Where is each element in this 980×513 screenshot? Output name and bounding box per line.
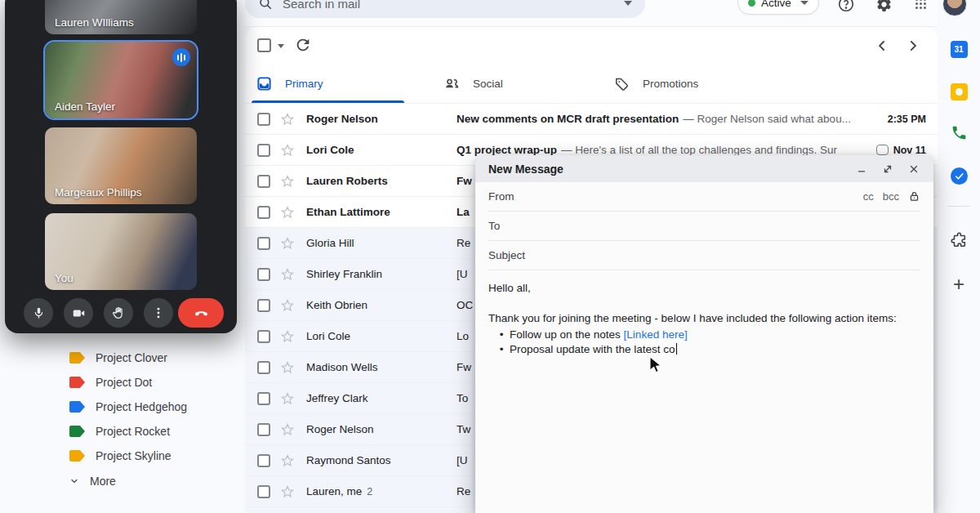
plus-icon: + (953, 273, 964, 296)
addons-button[interactable] (949, 230, 969, 250)
from-label: From (488, 190, 514, 203)
star-icon[interactable] (280, 453, 295, 468)
help-button[interactable] (835, 0, 857, 15)
keep-app-button[interactable] (949, 82, 969, 101)
hand-icon (111, 306, 127, 321)
from-field[interactable]: From cc bcc (488, 182, 920, 212)
status-button[interactable]: Active (737, 0, 819, 15)
sidebar-label-project-clover[interactable]: Project Clover (69, 347, 167, 368)
select-options-icon[interactable] (278, 44, 284, 48)
search-options-icon[interactable] (624, 1, 632, 6)
participant-tile-speaking[interactable]: Aiden Tayler (45, 42, 197, 118)
sender: Lauren, me2 (306, 485, 445, 497)
subject: [U (457, 268, 468, 280)
search-icon (258, 0, 273, 11)
label-name: Project Rocket (96, 425, 170, 438)
row-checkbox[interactable] (257, 206, 270, 219)
minimize-button[interactable] (855, 163, 868, 176)
tab-primary[interactable]: Primary (256, 64, 323, 103)
subject: [U (457, 454, 468, 466)
sender: Roger Nelson (306, 113, 445, 125)
sender: Lori Cole (306, 144, 445, 156)
star-icon[interactable] (280, 484, 295, 499)
star-icon[interactable] (280, 267, 295, 282)
compose-body[interactable]: Hello all, Thank you for joining the mee… (475, 270, 933, 368)
subject-field[interactable]: Subject (488, 241, 920, 270)
row-checkbox[interactable] (257, 485, 270, 498)
primary-tab-icon (256, 76, 272, 91)
row-checkbox[interactable] (257, 454, 270, 467)
star-icon[interactable] (280, 236, 295, 251)
to-field[interactable]: To (488, 212, 920, 241)
row-checkbox[interactable] (257, 392, 270, 405)
star-icon[interactable] (280, 360, 295, 375)
row-checkbox[interactable] (257, 268, 270, 281)
voice-app-button[interactable] (949, 123, 969, 142)
row-checkbox[interactable] (257, 299, 270, 312)
bullet-item: • Proposal update with the latest co (488, 342, 920, 357)
apps-grid-button[interactable] (911, 0, 932, 15)
row-checkbox[interactable] (257, 113, 270, 126)
subject: To (457, 392, 468, 404)
participant-tile[interactable]: You (45, 213, 197, 290)
raise-hand-button[interactable] (104, 298, 133, 328)
star-icon[interactable] (280, 422, 295, 437)
mic-icon (31, 306, 47, 321)
row-checkbox[interactable] (257, 423, 270, 436)
row-checkbox[interactable] (257, 330, 270, 343)
cc-button[interactable]: cc (863, 190, 874, 203)
phone-icon (951, 124, 968, 141)
row-checkbox[interactable] (257, 144, 270, 157)
participant-tile[interactable]: Margeaux Phillips (45, 127, 197, 204)
star-icon[interactable] (280, 143, 295, 158)
calendar-icon: 31 (951, 41, 968, 58)
email-row[interactable]: Roger Nelson New comments on MCR draft p… (245, 104, 938, 135)
row-checkbox[interactable] (257, 237, 270, 250)
screen: Search in mail Active Primary (0, 0, 980, 513)
sidebar-label-project-dot[interactable]: Project Dot (69, 372, 152, 393)
label-tag-icon (69, 377, 85, 388)
popout-button[interactable] (881, 163, 894, 176)
popout-icon (882, 163, 893, 175)
chevron-down-icon (69, 476, 79, 486)
mic-button[interactable] (24, 298, 53, 328)
text-caret (676, 343, 678, 355)
tasks-app-button[interactable] (949, 166, 969, 185)
linked-here-link[interactable]: [Linked here] (624, 328, 688, 341)
participant-tile[interactable]: Lauren WIlliams (45, 0, 197, 34)
close-button[interactable] (907, 163, 920, 176)
star-icon[interactable] (280, 205, 295, 220)
label-tag-icon (69, 450, 85, 462)
star-icon[interactable] (280, 391, 295, 406)
star-icon[interactable] (280, 174, 295, 189)
older-page-icon[interactable] (905, 38, 921, 54)
row-checkbox[interactable] (257, 361, 270, 374)
subject: Re (457, 237, 470, 249)
search-input[interactable]: Search in mail (283, 0, 624, 11)
get-addons-button[interactable]: + (949, 274, 969, 294)
sidebar-label-project-hedgehog[interactable]: Project Hedgehog (69, 396, 187, 417)
tab-social[interactable]: Social (443, 64, 503, 103)
sidebar-label-project-rocket[interactable]: Project Rocket (69, 421, 170, 442)
star-icon[interactable] (280, 329, 295, 344)
refresh-icon[interactable] (294, 36, 312, 54)
sidebar-label-project-skyline[interactable]: Project Skyline (69, 445, 172, 466)
tab-promotions[interactable]: Promotions (614, 64, 698, 103)
chevron-down-icon (800, 1, 808, 5)
row-checkbox[interactable] (257, 175, 270, 188)
calendar-app-button[interactable]: 31 (949, 39, 969, 59)
call-controls (5, 298, 237, 328)
more-options-button[interactable] (144, 298, 173, 328)
compose-window: New Message From cc bcc To Subject Hello… (475, 155, 933, 513)
star-icon[interactable] (280, 298, 295, 313)
search-bar[interactable]: Search in mail (245, 0, 645, 18)
camera-button[interactable] (64, 298, 93, 328)
star-icon[interactable] (280, 112, 295, 127)
bcc-button[interactable]: bcc (883, 190, 899, 203)
settings-button[interactable] (873, 0, 894, 15)
select-all-checkbox[interactable] (257, 38, 271, 52)
hangup-button[interactable] (178, 298, 224, 328)
sidebar-more[interactable]: More (69, 471, 116, 492)
compose-header[interactable]: New Message (475, 155, 933, 182)
newer-page-icon[interactable] (874, 38, 890, 54)
